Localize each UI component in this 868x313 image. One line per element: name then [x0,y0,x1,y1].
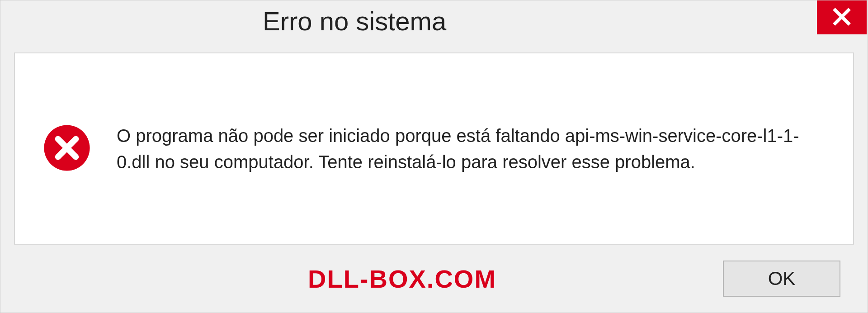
error-message: O programa não pode ser iniciado porque … [117,123,826,175]
close-button[interactable] [817,0,867,34]
error-icon [42,123,92,175]
close-icon [832,7,852,28]
error-dialog: Erro no sistema O programa não pode ser … [0,0,868,313]
ok-button[interactable]: OK [723,261,840,297]
titlebar: Erro no sistema [0,0,868,41]
dialog-footer: DLL-BOX.COM OK [0,254,868,313]
dialog-title: Erro no sistema [263,6,446,36]
branding-text: DLL-BOX.COM [308,264,496,294]
content-panel: O programa não pode ser iniciado porque … [14,52,854,245]
